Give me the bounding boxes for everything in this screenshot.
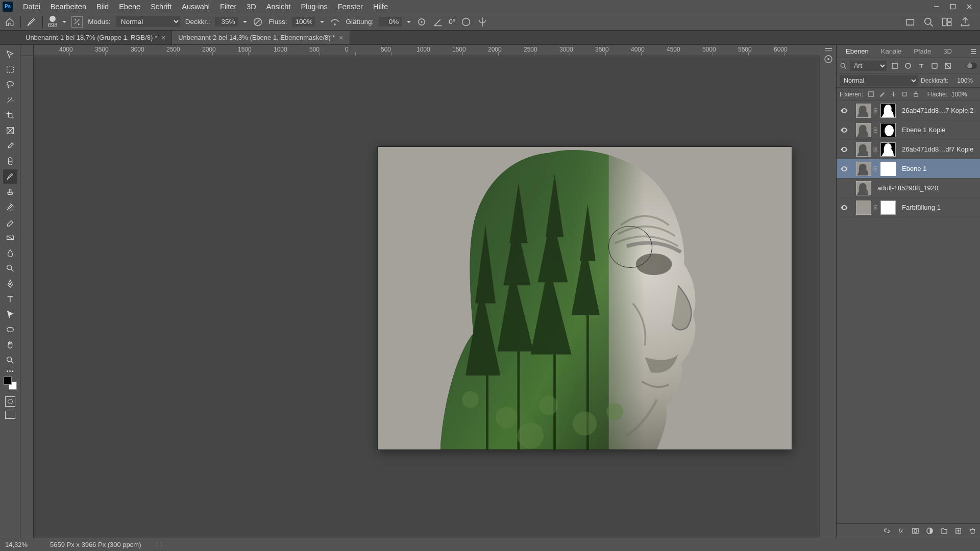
pressure-size-icon[interactable] [460, 16, 472, 28]
lasso-tool[interactable] [3, 78, 17, 92]
flow-input[interactable] [292, 17, 315, 27]
add-mask-icon[interactable] [911, 527, 920, 536]
pressure-opacity-icon[interactable] [252, 16, 263, 28]
color-panel-icon[interactable] [824, 55, 833, 64]
close-icon[interactable]: × [339, 34, 343, 42]
doc-info-chevrons[interactable]: 〈 〉 [152, 540, 167, 549]
layer-name[interactable]: Ebene 1 Kopie [902, 126, 977, 134]
pen-tool[interactable] [3, 277, 17, 291]
opacity-input[interactable] [215, 17, 238, 27]
filter-shape-icon[interactable] [929, 61, 940, 71]
layer-style-icon[interactable]: fx [896, 527, 905, 536]
magic-wand-tool[interactable] [3, 93, 17, 107]
layer-thumbnail[interactable] [856, 181, 871, 195]
blend-mode-select[interactable]: Normal [116, 16, 180, 27]
visibility-toggle[interactable] [840, 203, 849, 212]
layer-name[interactable]: 26ab471dd8…df7 Kopie [902, 145, 977, 153]
search-icon[interactable] [923, 16, 934, 28]
lock-all-icon[interactable] [912, 91, 919, 98]
brush-panel-toggle[interactable] [71, 16, 83, 28]
link-icon[interactable] [873, 165, 878, 172]
path-selection-tool[interactable] [3, 307, 17, 321]
eyedropper-tool[interactable] [3, 139, 17, 153]
menu-plug-ins[interactable]: Plug-ins [296, 1, 332, 12]
zoom-level[interactable]: 14,32% [5, 541, 40, 548]
document-info[interactable]: 5659 Px x 3966 Px (300 ppcm) [50, 541, 141, 548]
symmetry-icon[interactable] [477, 16, 488, 28]
chevron-down-icon[interactable] [243, 21, 247, 25]
layer-thumbnail[interactable] [856, 104, 871, 118]
color-swatches[interactable] [3, 376, 17, 390]
lock-position-icon[interactable] [890, 91, 897, 98]
horizontal-ruler[interactable]: 5040003500300025002000150010005000500100… [34, 45, 820, 56]
type-tool[interactable] [3, 292, 17, 306]
zoom-tool[interactable] [3, 353, 17, 367]
share-icon[interactable] [960, 16, 971, 28]
link-layers-icon[interactable] [882, 527, 891, 536]
dodge-tool[interactable] [3, 261, 17, 276]
link-icon[interactable] [873, 146, 878, 153]
panel-tab-pfade[interactable]: Pfade [908, 45, 937, 57]
healing-brush-tool[interactable] [3, 154, 17, 168]
ruler-origin[interactable] [20, 45, 34, 56]
filter-toggle[interactable] [967, 63, 977, 69]
visibility-toggle[interactable] [840, 126, 849, 135]
cloud-docs-icon[interactable] [904, 16, 916, 28]
smoothing-settings-icon[interactable] [416, 16, 427, 28]
quick-mask-button[interactable] [5, 396, 15, 407]
layer-row[interactable]: 26ab471dd8…7 Kopie 2 [837, 101, 980, 120]
filter-adjustment-icon[interactable] [903, 61, 913, 71]
delete-layer-icon[interactable] [968, 527, 977, 536]
history-brush-tool[interactable] [3, 200, 17, 214]
fill-value[interactable]: 100% [951, 91, 973, 98]
filter-pixel-icon[interactable] [890, 61, 900, 71]
airbrush-icon[interactable] [329, 16, 340, 28]
new-layer-icon[interactable] [953, 527, 963, 536]
clone-stamp-tool[interactable] [3, 185, 17, 199]
chevron-down-icon[interactable] [407, 21, 411, 25]
brush-tool[interactable] [3, 169, 17, 184]
lock-brush-icon[interactable] [878, 91, 886, 98]
layer-mask-thumbnail[interactable] [880, 162, 896, 176]
menu-ebene[interactable]: Ebene [114, 1, 145, 12]
close-button[interactable] [961, 1, 977, 12]
document-canvas[interactable] [378, 147, 792, 449]
layer-blend-select[interactable]: Normal [840, 75, 918, 86]
panel-tab-kanäle[interactable]: Kanäle [875, 45, 908, 57]
link-icon[interactable] [873, 127, 878, 134]
eraser-tool[interactable] [3, 215, 17, 230]
document-tab[interactable]: Unbenannt-2 bei 14,3% (Ebene 1, Ebenenma… [172, 31, 350, 44]
link-icon[interactable] [873, 107, 878, 114]
layer-name[interactable]: Ebene 1 [902, 165, 977, 172]
smoothing-input[interactable] [379, 17, 402, 27]
frame-tool[interactable] [3, 123, 17, 138]
layer-mask-thumbnail[interactable] [880, 104, 896, 118]
layer-row[interactable]: 26ab471dd8…df7 Kopie [837, 140, 980, 159]
layer-filter-select[interactable]: Art [850, 61, 887, 71]
layer-thumbnail[interactable] [856, 162, 871, 176]
layer-row[interactable]: Ebene 1 [837, 159, 980, 179]
filter-smart-icon[interactable] [943, 61, 953, 71]
blur-tool[interactable] [3, 246, 17, 260]
menu-3d[interactable]: 3D [241, 1, 261, 12]
menu-schrift[interactable]: Schrift [145, 1, 177, 12]
layers-list[interactable]: 26ab471dd8…7 Kopie 2Ebene 1 Kopie26ab471… [837, 101, 980, 523]
move-tool[interactable] [3, 47, 17, 61]
chevron-down-icon[interactable] [62, 21, 66, 25]
vertical-ruler[interactable] [20, 56, 34, 538]
layer-opacity-value[interactable]: 100% [951, 77, 973, 84]
lock-artboard-icon[interactable] [901, 91, 908, 98]
layer-row[interactable]: Ebene 1 Kopie [837, 120, 980, 140]
panel-tab-3d[interactable]: 3D [937, 45, 958, 57]
home-button[interactable] [4, 16, 15, 28]
layer-mask-thumbnail[interactable] [880, 201, 896, 215]
layer-row[interactable]: Farbfüllung 1 [837, 198, 980, 217]
menu-ansicht[interactable]: Ansicht [261, 1, 296, 12]
visibility-toggle[interactable] [840, 106, 849, 115]
layer-thumbnail[interactable] [856, 142, 871, 157]
menu-bild[interactable]: Bild [91, 1, 114, 12]
filter-type-icon[interactable] [916, 61, 926, 71]
hand-tool[interactable] [3, 338, 17, 352]
screen-mode-button[interactable] [5, 411, 15, 419]
document-tab[interactable]: Unbenannt-1 bei 18,7% (Gruppe 1, RGB/8) … [19, 31, 172, 44]
